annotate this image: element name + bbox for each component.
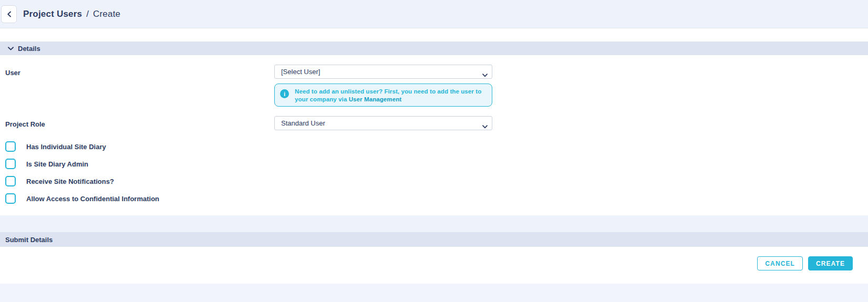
user-management-link[interactable]: User Management bbox=[349, 96, 402, 102]
chevron-left-icon bbox=[7, 11, 12, 17]
user-field-row: User [Select User] i Need to add an unli… bbox=[0, 65, 868, 107]
details-section-header[interactable]: Details bbox=[0, 41, 868, 55]
details-section-title: Details bbox=[18, 45, 40, 53]
details-form: User [Select User] i Need to add an unli… bbox=[0, 65, 868, 204]
checkbox-row-site-diary-admin: Is Site Diary Admin bbox=[5, 159, 868, 169]
submit-details-title: Submit Details bbox=[5, 236, 53, 244]
page-title-separator: / bbox=[86, 9, 89, 19]
checkbox-label[interactable]: Is Site Diary Admin bbox=[26, 160, 88, 168]
is-site-diary-admin-checkbox[interactable] bbox=[5, 159, 16, 169]
page-header: Project Users / Create bbox=[0, 0, 868, 28]
page-footer bbox=[0, 284, 868, 302]
page-title-secondary: Create bbox=[93, 9, 120, 19]
user-select-input[interactable]: [Select User] bbox=[274, 65, 492, 79]
receive-site-notifications-checkbox[interactable] bbox=[5, 176, 16, 186]
checkbox-row-site-diary: Has Individual Site Diary bbox=[5, 141, 868, 152]
checkbox-group: Has Individual Site Diary Is Site Diary … bbox=[0, 141, 868, 204]
project-role-select-input[interactable]: Standard User bbox=[274, 116, 492, 130]
back-button[interactable] bbox=[1, 5, 17, 23]
checkbox-label[interactable]: Receive Site Notifications? bbox=[26, 178, 114, 185]
checkbox-label[interactable]: Allow Access to Confidential Information bbox=[26, 195, 159, 203]
project-user-create-page: Project Users / Create Details User [Sel… bbox=[0, 0, 868, 302]
card-spacer bbox=[0, 28, 868, 41]
cancel-button[interactable]: CANCEL bbox=[757, 256, 803, 270]
info-note-text: Need to add an unlisted user? First, you… bbox=[295, 88, 484, 103]
checkbox-label[interactable]: Has Individual Site Diary bbox=[26, 143, 106, 151]
page-title: Project Users / Create bbox=[23, 9, 120, 19]
project-role-select[interactable]: Standard User bbox=[274, 116, 492, 130]
chevron-down-icon bbox=[8, 47, 14, 50]
user-select[interactable]: [Select User] bbox=[274, 65, 492, 79]
checkbox-row-confidential-info: Allow Access to Confidential Information bbox=[5, 193, 868, 204]
create-button[interactable]: CREATE bbox=[808, 256, 853, 270]
details-section: Details User [Select User] bbox=[0, 28, 868, 215]
user-label: User bbox=[5, 69, 20, 77]
form-actions: CANCEL CREATE bbox=[0, 247, 868, 284]
has-individual-site-diary-checkbox[interactable] bbox=[5, 141, 16, 152]
allow-confidential-access-checkbox[interactable] bbox=[5, 193, 16, 204]
checkbox-row-site-notifications: Receive Site Notifications? bbox=[5, 176, 868, 186]
project-role-field-row: Project Role Standard User bbox=[0, 116, 868, 130]
page-title-primary: Project Users bbox=[23, 9, 82, 19]
project-role-label: Project Role bbox=[5, 120, 45, 128]
submit-details-header: Submit Details bbox=[0, 232, 868, 247]
info-note: i Need to add an unlisted user? First, y… bbox=[274, 84, 492, 107]
info-icon: i bbox=[280, 89, 289, 98]
section-gap bbox=[0, 215, 868, 232]
